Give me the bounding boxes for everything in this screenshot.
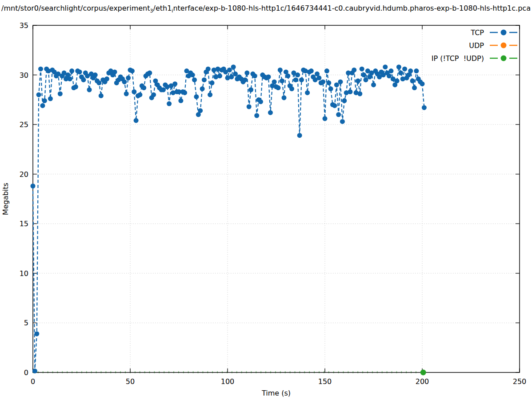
x-axis-label: Time (s) <box>261 389 291 397</box>
y-tick-label: 35 <box>20 21 28 30</box>
y-tick-label: 0 <box>24 368 28 377</box>
x-tick-label: 0 <box>31 377 35 386</box>
legend-sample-ip-icon <box>489 55 518 62</box>
legend-row-ip: IP (!TCP !UDP) <box>432 53 518 64</box>
y-tick-label: 10 <box>20 269 28 278</box>
tcp-series-points <box>31 64 427 373</box>
y-tick-label: 20 <box>20 170 28 179</box>
gnuplot-chart-window: /mnt/stor0/searchlight/corpus/experiment… <box>0 0 532 400</box>
y-tick-label: 5 <box>24 319 28 327</box>
x-tick-label: 150 <box>318 377 332 386</box>
y-tick-label: 15 <box>20 220 28 228</box>
legend-row-udp: UDP <box>469 40 518 51</box>
legend-label-ip: IP (!TCP !UDP) <box>432 54 484 63</box>
x-tick-label: 200 <box>416 377 429 386</box>
legend-label-udp: UDP <box>469 41 484 50</box>
legend-row-tcp: TCP <box>471 27 518 38</box>
x-tick-label: 100 <box>221 377 235 386</box>
tcp-series-line <box>33 67 424 371</box>
x-tick-label: 50 <box>126 377 135 386</box>
legend-sample-udp-icon <box>489 42 518 49</box>
ip-end-marker <box>420 370 426 376</box>
legend-label-tcp: TCP <box>471 28 484 37</box>
legend-sample-tcp-icon <box>489 29 518 36</box>
x-tick-label: 250 <box>513 377 527 386</box>
legend: TCP UDP IP (!TCP !UDP) <box>432 27 518 64</box>
y-tick-label: 25 <box>20 120 28 129</box>
y-axis-label: Megabits <box>1 183 10 215</box>
y-tick-label: 30 <box>20 71 28 80</box>
